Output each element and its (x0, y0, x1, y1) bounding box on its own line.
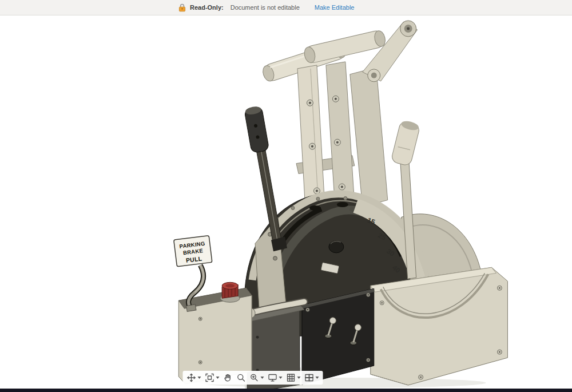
upper-linkage-assembly (261, 21, 418, 210)
fit-button[interactable] (204, 372, 221, 383)
zoom-window-button[interactable] (248, 372, 266, 383)
lock-icon (178, 3, 186, 12)
zoom-window-icon (250, 373, 259, 382)
readonly-banner: Read-Only: Document is not editable Make… (0, 0, 572, 15)
throttle-quadrant-model[interactable]: 15 25 30 40 (0, 16, 572, 389)
viewports-button[interactable] (303, 372, 321, 383)
switch-panel (302, 288, 374, 385)
zoom-icon (237, 373, 246, 382)
chevron-down-icon (216, 377, 220, 379)
move-icon (187, 373, 196, 382)
move-button[interactable] (185, 372, 203, 383)
chevron-down-icon (316, 377, 319, 379)
viewports-icon (305, 373, 314, 382)
red-knob (220, 282, 240, 302)
readonly-label: Read-Only: (190, 4, 224, 11)
grid-snaps-button[interactable] (285, 372, 303, 383)
model-viewport[interactable]: 15 25 30 40 (0, 16, 572, 389)
chevron-down-icon (297, 377, 301, 379)
readonly-message: Document is not editable (231, 4, 300, 11)
base-right-box (371, 267, 508, 385)
pan-button[interactable] (222, 372, 235, 383)
zoom-button[interactable] (235, 372, 248, 383)
navigation-toolbar (183, 371, 323, 385)
drum-knob (329, 241, 344, 253)
pan-hand-icon (224, 373, 233, 382)
chevron-down-icon (261, 377, 264, 379)
fit-frame-icon (205, 373, 214, 382)
bottom-edge-strip (0, 389, 572, 392)
grid-snaps-icon (287, 373, 296, 382)
make-editable-link[interactable]: Make Editable (315, 4, 355, 11)
display-settings-icon (268, 373, 277, 382)
chevron-down-icon (198, 377, 201, 379)
parking-brake-placard: PARKING BRAKE PULL (174, 236, 212, 267)
display-settings-button[interactable] (267, 372, 284, 383)
chevron-down-icon (279, 377, 283, 379)
